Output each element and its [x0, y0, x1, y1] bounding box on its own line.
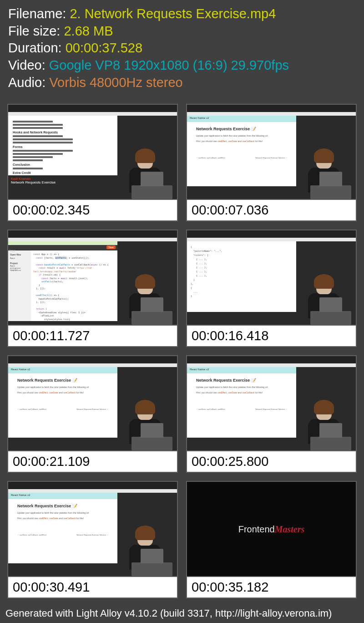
thumbnail-cell: React Native v2 Network Requests Exercis…: [7, 481, 178, 598]
thumbnail-image[interactable]: Hooks and Network Requests Forms Conclus…: [7, 104, 178, 200]
timestamp: 00:00:02.345: [7, 200, 178, 221]
filename-label: Filename:: [8, 6, 66, 21]
thumbnail-image[interactable]: FrontendMasters: [186, 481, 357, 577]
filesize-value: 2.68 MB: [64, 24, 113, 38]
timestamp: 00:00:07.036: [186, 200, 357, 221]
thumbnail-image[interactable]: React Native v2 Network Requests Exercis…: [186, 355, 357, 451]
timestamp: 00:00:35.182: [186, 577, 357, 598]
timestamp: 00:00:16.418: [186, 326, 357, 347]
footer-text: Generated with Light Alloy v4.10.2 (buil…: [0, 606, 364, 621]
thumbnail-cell: React Native v2 Network Requests Exercis…: [7, 355, 178, 473]
filename-value: 2. Network Requests Exercise.mp4: [70, 6, 276, 21]
thumbnail-cell: { "paletteName": "...", "colors": [ { ..…: [186, 230, 357, 347]
thumbnail-image[interactable]: React Native v2 Network Requests Exercis…: [186, 104, 357, 200]
duration-value: 00:00:37.528: [66, 41, 142, 55]
thumbnail-cell: React Native v2 Network Requests Exercis…: [186, 355, 357, 473]
thumbnail-cell: FrontendMasters 00:00:35.182: [186, 481, 357, 598]
filesize-label: File size:: [8, 24, 60, 38]
thumbnail-grid: Hooks and Network Requests Forms Conclus…: [0, 97, 364, 606]
file-info: Filename: 2. Network Requests Exercise.m…: [0, 0, 364, 97]
timestamp: 00:00:25.800: [186, 451, 357, 473]
thumbnail-image[interactable]: App.jsSave Open files App.js Project App…: [7, 230, 178, 326]
timestamp: 00:00:21.109: [7, 451, 178, 473]
thumbnail-image[interactable]: React Native v2 Network Requests Exercis…: [7, 355, 178, 451]
video-label: Video:: [8, 58, 46, 72]
timestamp: 00:00:11.727: [7, 326, 178, 347]
audio-label: Audio:: [8, 75, 46, 90]
audio-value: Vorbis 48000Hz stereo: [49, 75, 182, 90]
frontendmasters-logo: FrontendMasters: [238, 524, 305, 534]
thumbnail-image[interactable]: React Native v2 Network Requests Exercis…: [7, 481, 178, 577]
duration-label: Duration:: [8, 41, 62, 55]
thumbnail-cell: React Native v2 Network Requests Exercis…: [186, 104, 357, 221]
video-value: Google VP8 1920x1080 (16:9) 29.970fps: [49, 58, 289, 72]
thumbnail-image[interactable]: { "paletteName": "...", "colors": [ { ..…: [186, 230, 357, 326]
thumbnail-cell: App.jsSave Open files App.js Project App…: [7, 230, 178, 347]
timestamp: 00:00:30.491: [7, 577, 178, 598]
thumbnail-cell: Hooks and Network Requests Forms Conclus…: [7, 104, 178, 221]
